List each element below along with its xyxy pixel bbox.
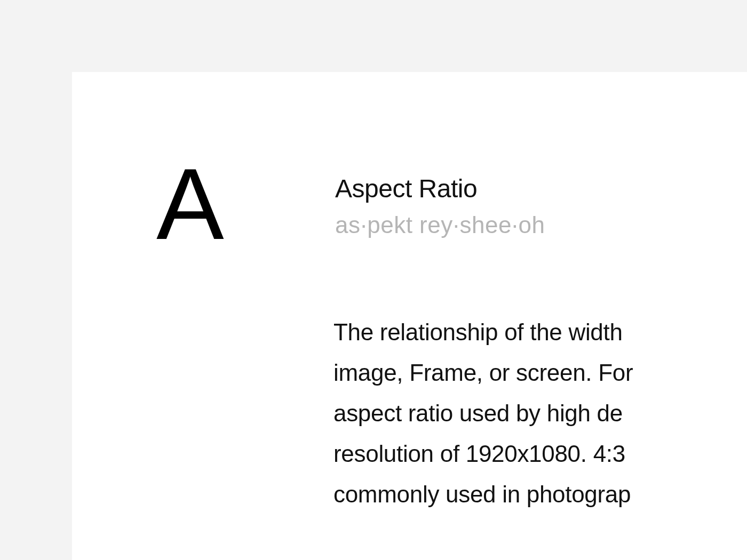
term-definition: The relationship of the width image, Fra… (333, 312, 747, 515)
index-letter: A (156, 153, 263, 254)
term-pronunciation: as·pekt rey·shee·oh (335, 212, 545, 238)
definition-card: A Aspect Ratio as·pekt rey·shee·oh The r… (72, 72, 747, 560)
heading-column: Aspect Ratio as·pekt rey·shee·oh (335, 173, 545, 238)
entry-row: A Aspect Ratio as·pekt rey·shee·oh (72, 72, 747, 275)
term-title: Aspect Ratio (335, 173, 545, 204)
